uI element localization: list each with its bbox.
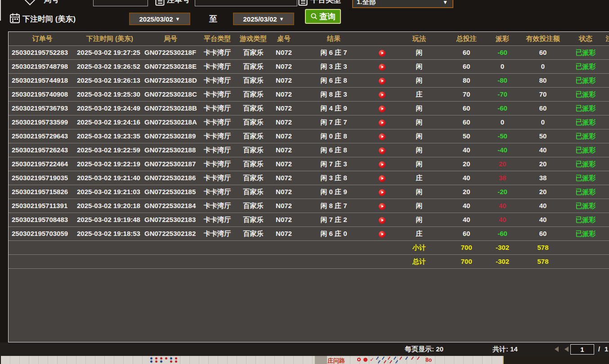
grid-line <box>369 356 369 364</box>
play-video-icon[interactable] <box>379 50 385 57</box>
cell-total-label: 小计 <box>394 241 444 254</box>
cell-game-type: 百家乐 <box>237 46 269 59</box>
header-cell: 下注时间 (美东) <box>76 32 143 45</box>
cell-table-no: N072 <box>269 102 298 115</box>
play-video-icon[interactable] <box>379 175 385 182</box>
play-video-icon[interactable] <box>379 133 385 140</box>
cell-video <box>369 102 394 115</box>
header-cell: 派彩 <box>489 32 516 45</box>
cell-clipped <box>601 102 609 115</box>
dropdown-list-icon <box>298 0 308 6</box>
bead-road-dot <box>150 357 152 360</box>
play-video-icon[interactable] <box>379 217 385 224</box>
grid-line <box>29 356 29 364</box>
cell-round-no: GN07225302183 <box>143 213 197 226</box>
play-video-icon[interactable] <box>379 231 385 238</box>
cell-status: 已派彩 <box>570 88 601 101</box>
cell-clipped <box>601 115 609 129</box>
cell-order-no: 250302195703059 <box>9 227 76 240</box>
cell-round-no: GN07225302184 <box>143 199 197 213</box>
cell-round-no: GN07225302186 <box>143 171 197 185</box>
cell-empty <box>143 241 197 254</box>
cell-order-no: 250302195736793 <box>9 102 76 115</box>
cell-bet-time: 2025-03-02 19:24:16 <box>76 115 143 129</box>
cell-table-no: N072 <box>269 88 298 101</box>
table-row: 2503021957367932025-03-02 19:24:49GN0722… <box>9 102 609 115</box>
cell-clipped <box>601 227 609 240</box>
play-video-icon[interactable] <box>379 147 385 154</box>
table-row: 2503021957296432025-03-02 19:23:35GN0722… <box>9 129 609 143</box>
cell-empty <box>237 241 269 254</box>
cell-payout: 38 <box>489 171 516 185</box>
cell-platform: 卡卡湾厅 <box>197 102 237 115</box>
cell-table-no: N072 <box>269 227 298 240</box>
play-video-icon[interactable] <box>379 189 385 196</box>
cell-payout: -80 <box>489 74 516 87</box>
platform-type-label: 平台类型 <box>310 0 341 5</box>
banker-ring-icon <box>357 358 361 361</box>
first-page-arrow-icon[interactable] <box>555 346 559 352</box>
play-video-icon[interactable] <box>379 92 385 98</box>
header-cell: 局号 <box>143 32 197 45</box>
bead-road-dot <box>150 360 152 363</box>
cell-status: 已派彩 <box>570 129 601 143</box>
bet-no-input[interactable] <box>195 0 297 6</box>
play-video-icon[interactable] <box>379 78 385 84</box>
cell-round-no: GN0722530218B <box>143 102 197 115</box>
grid-line <box>246 356 246 364</box>
play-video-icon[interactable] <box>379 161 385 168</box>
date-range-to-label: 至 <box>209 13 217 24</box>
play-video-icon[interactable] <box>379 120 385 126</box>
grid-line <box>76 356 76 364</box>
cell-platform: 卡卡湾厅 <box>197 199 237 213</box>
platform-type-select[interactable]: 1.全部 ▼ <box>352 0 453 8</box>
cell-empty <box>143 255 197 268</box>
cell-bet-time: 2025-03-02 19:22:59 <box>76 143 143 157</box>
table-row: 2503021957449182025-03-02 19:26:13GN0722… <box>9 74 609 88</box>
cell-round-no: GN07225302187 <box>143 157 197 171</box>
cell-total-bet: 80 <box>444 74 489 87</box>
round-no-input[interactable] <box>93 0 148 6</box>
cell-clipped <box>601 199 609 213</box>
cell-play-type: 闲 <box>394 129 444 143</box>
table-row: 2503021957335992025-03-02 19:24:16GN0722… <box>9 115 609 129</box>
grid-line <box>454 356 454 364</box>
table-row: 2503021957262432025-03-02 19:22:59GN0722… <box>9 143 609 157</box>
cell-play-type: 闲 <box>394 74 444 87</box>
play-video-icon[interactable] <box>379 106 385 112</box>
date-to-picker[interactable]: 2025/03/02 ▼ <box>233 13 294 25</box>
cell-round-no: GN07225302185 <box>143 185 197 199</box>
cell-total-bet: 700 <box>444 241 489 254</box>
page-number-input[interactable]: 1 <box>570 344 594 355</box>
cell-platform: 卡卡湾厅 <box>197 227 237 240</box>
play-video-icon[interactable] <box>379 203 385 210</box>
grid-line <box>38 356 39 364</box>
cell-play-type: 庄 <box>394 227 444 240</box>
grid-line <box>482 356 483 364</box>
cell-payout: -60 <box>489 102 516 115</box>
cell-status: 已派彩 <box>570 143 601 157</box>
road-marker-text: 8o <box>425 357 432 363</box>
cell-table-no: N072 <box>269 143 298 157</box>
cell-order-no: 250302195711391 <box>9 199 76 213</box>
cell-result: 闲 0 庄 9 <box>298 185 369 199</box>
cell-platform: 卡卡湾厅 <box>197 157 237 171</box>
banker-dot-icon <box>363 358 367 362</box>
table-row: 2503021957224642025-03-02 19:22:19GN0722… <box>9 157 609 171</box>
cell-valid-bet: 80 <box>516 74 570 87</box>
cell-valid-bet: 70 <box>516 88 570 101</box>
cell-play-type: 闲 <box>394 46 444 59</box>
cell-payout: -40 <box>489 143 516 157</box>
cell-total-bet: 20 <box>444 157 489 171</box>
header-cell: 注 <box>601 32 609 45</box>
cell-game-type: 百家乐 <box>237 213 269 226</box>
prev-page-arrow-icon[interactable] <box>564 346 569 352</box>
cell-payout: -60 <box>489 46 516 59</box>
play-video-icon[interactable] <box>379 64 385 71</box>
cell-round-no: GN07225302182 <box>143 227 197 240</box>
grid-line <box>237 356 237 364</box>
banker-road-label: 庄问路 <box>327 357 345 364</box>
query-button[interactable]: 查询 <box>305 9 341 24</box>
check-icon: ✓ <box>370 356 374 363</box>
date-from-picker[interactable]: 2025/03/02 ▼ <box>129 13 190 25</box>
